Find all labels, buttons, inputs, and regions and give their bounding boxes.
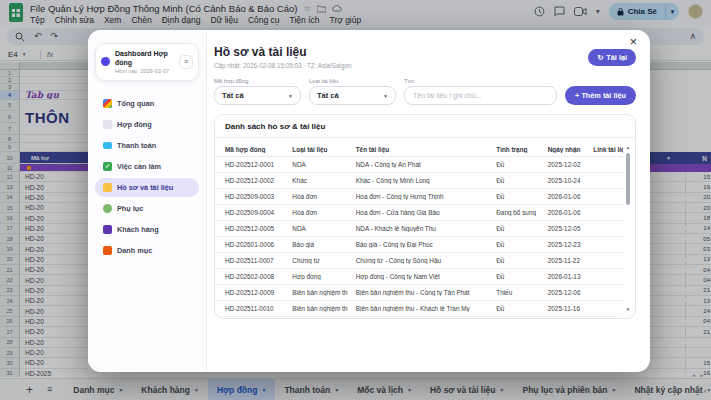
scroll-down-icon[interactable]: ▼ [625, 307, 631, 312]
sidebar-item-label: Thanh toán [117, 141, 156, 150]
table-cell: HD-202511-0007 [215, 257, 284, 264]
sidebar-item-label: Phụ lục [117, 204, 143, 213]
table-cell: 2025-10-24 [540, 177, 586, 184]
customers-icon [103, 225, 112, 234]
table-row[interactable]: HD-202512-0009Biên bản nghiệm thuBiên bả… [215, 285, 623, 301]
table-cell: Chứng từ [284, 257, 347, 264]
modal-main: Hồ sơ và tài liệu Cập nhật: 2026-02-08 1… [207, 30, 650, 372]
table-cell: Hợp đồng - Công ty Nam Việt [348, 273, 489, 280]
add-document-button[interactable]: + Thêm tài liệu [565, 86, 636, 105]
sidebar-item-label: Hợp đồng [117, 120, 152, 129]
chevron-down-icon: ▼ [383, 93, 388, 99]
table-cell: Thiếu [488, 289, 540, 296]
table-cell: HD-202509-0003 [215, 193, 284, 200]
table-scrollbar[interactable]: ▲ ▼ [625, 145, 631, 312]
column-header: Tình trạng [488, 146, 540, 153]
column-header: Loại tài liệu [284, 146, 347, 153]
table-cell: HD-202601-0006 [215, 241, 284, 248]
table-cell: HD-202509-0004 [215, 209, 284, 216]
table-cell: 2026-01-06 [540, 209, 586, 216]
table-cell: 2025-12-05 [540, 225, 586, 232]
sidebar-item-label: Hồ sơ và tài liệu [117, 183, 173, 192]
sidebar-menu-button[interactable]: ≡ [179, 55, 193, 69]
table-cell: Đủ [488, 225, 540, 232]
table-row[interactable]: HD-202512-0001NDANDA - Công ty An PhátĐủ… [215, 157, 623, 173]
table-cell: HD-202512-0002 [215, 177, 284, 184]
table-row[interactable]: HD-202601-0006Báo giáBáo giá - Công ty Đ… [215, 237, 623, 253]
scroll-up-icon[interactable]: ▲ [625, 145, 631, 150]
page-title: Hồ sơ và tài liệu [214, 45, 351, 59]
table-cell: 2026-01-13 [540, 273, 586, 280]
dashboard-name: Dashboard Hợp đồng [115, 50, 174, 68]
table-row[interactable]: HD-202511-0010Biên bản nghiệm thuBiên bả… [215, 301, 623, 317]
sidebar-item-appendix[interactable]: Phụ lục [95, 199, 199, 218]
sidebar-item-contracts[interactable]: Hợp đồng [95, 115, 199, 134]
table-cell: HD-202602-0008 [215, 273, 284, 280]
contract-filter-select[interactable]: Tất cả▼ [214, 86, 301, 105]
table-cell: Đủ [488, 257, 540, 264]
profile-dot-icon [101, 57, 110, 66]
table-cell: HD-202512-0001 [215, 161, 284, 168]
table-cell: NDA - Khách lẻ Nguyễn Thu [348, 225, 489, 232]
table-cell: Đủ [488, 161, 540, 168]
modal-sidebar: Dashboard Hợp đồng Hôm nay: 2026-02-07 ≡… [88, 30, 207, 372]
categories-icon [103, 246, 112, 255]
table-cell: Đủ [488, 241, 540, 248]
table-cell: HD-202512-0005 [215, 225, 284, 232]
table-row[interactable]: HD-202509-0003Hóa đơnHóa đơn - Công ty H… [215, 189, 623, 205]
table-row[interactable]: HD-202511-0007Chứng từChứng từ - Công ty… [215, 253, 623, 269]
table-row[interactable]: HD-202512-0005NDANDA - Khách lẻ Nguyễn T… [215, 221, 623, 237]
chevron-down-icon: ▼ [288, 93, 293, 99]
scrollbar-thumb[interactable] [626, 153, 630, 205]
table-cell: NDA - Công ty An Phát [348, 161, 489, 168]
table-row[interactable]: HD-202602-0008Hợp đồngHợp đồng - Công ty… [215, 269, 623, 285]
table-title: Danh sách hồ sơ & tài liệu [215, 115, 635, 138]
table-cell: Báo giá - Công ty Đại Phúc [348, 241, 489, 248]
table-cell: Hóa đơn [284, 209, 347, 216]
reload-button[interactable]: ↻ Tải lại [588, 49, 636, 66]
payments-icon [103, 142, 112, 149]
sidebar-item-customers[interactable]: Khách hàng [95, 220, 199, 239]
table-row[interactable]: HD-202512-0002KhácKhác - Công ty Minh Lo… [215, 173, 623, 189]
search-filter-label: Tìm [404, 78, 557, 84]
contracts-icon [103, 120, 112, 129]
table-header-row: Mã hợp đồngLoại tài liệuTên tài liệuTình… [215, 142, 623, 157]
column-header: Mã hợp đồng [215, 146, 284, 153]
table-cell: Hóa đơn - Cửa hàng Gia Bảo [348, 209, 489, 216]
table-cell: Khác - Công ty Minh Long [348, 177, 489, 184]
table-cell: NDA [284, 161, 347, 168]
table-cell: Báo giá [284, 241, 347, 248]
dashboard-modal: × Dashboard Hợp đồng Hôm nay: 2026-02-07… [88, 30, 650, 372]
table-cell: Đủ [488, 305, 540, 312]
table-cell: Khác [284, 177, 347, 184]
sidebar-item-overview[interactable]: Tổng quan [95, 94, 199, 113]
sidebar-item-documents[interactable]: Hồ sơ và tài liệu [95, 178, 199, 197]
overview-icon [103, 99, 112, 108]
table-cell: HD-202512-0009 [215, 289, 284, 296]
sidebar-item-payments[interactable]: Thanh toán [95, 136, 199, 155]
contract-filter-label: Mã hợp đồng [214, 78, 301, 84]
table-cell: 2025-12-06 [540, 289, 586, 296]
sidebar-item-tasks[interactable]: ✓Việc cần làm [95, 157, 199, 176]
column-header: Link tài liệu [585, 146, 623, 153]
type-filter-select[interactable]: Tất cả▼ [309, 86, 396, 105]
table-cell: Chứng từ - Công ty Sông Hậu [348, 257, 489, 264]
documents-table: Mã hợp đồngLoại tài liệuTên tài liệuTình… [215, 142, 623, 318]
sidebar-item-label: Khách hàng [117, 225, 159, 234]
column-header: Tên tài liệu [348, 146, 489, 153]
table-cell: Hóa đơn - Công ty Hưng Thịnh [348, 193, 489, 200]
table-cell: Đang bổ sung [488, 209, 540, 216]
table-cell: Đủ [488, 273, 540, 280]
table-cell: 2026-01-06 [540, 193, 586, 200]
search-input[interactable]: Tên tài liệu / ghi chú... [404, 86, 557, 105]
table-cell: Biên bản nghiệm thu [284, 305, 347, 312]
table-row[interactable]: HD-202509-0004Hóa đơnHóa đơn - Cửa hàng … [215, 205, 623, 221]
sidebar-item-categories[interactable]: Danh mục [95, 241, 199, 260]
table-cell: Đủ [488, 177, 540, 184]
table-cell: HD-202511-0010 [215, 305, 284, 312]
sidebar-item-label: Việc cần làm [117, 162, 161, 171]
appendix-icon [103, 204, 112, 213]
updated-timestamp: Cập nhật: 2026-02-08 15:05:03 · TZ: Asia… [214, 62, 351, 69]
table-cell: Hợp đồng [284, 273, 347, 280]
dashboard-date: Hôm nay: 2026-02-07 [115, 68, 174, 74]
